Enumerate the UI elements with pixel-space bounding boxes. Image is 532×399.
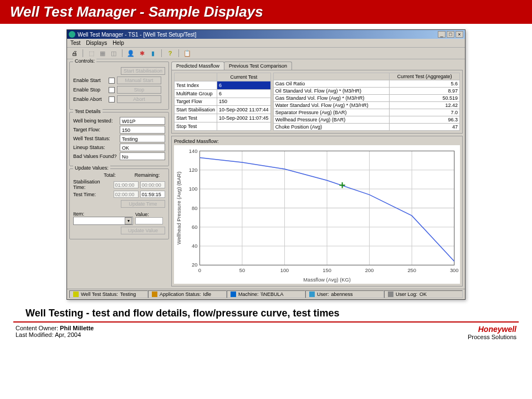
print-icon[interactable]: 🖨 <box>70 49 78 57</box>
svg-text:60: 60 <box>192 224 197 230</box>
ct-label: Start Stabilisation <box>175 106 217 114</box>
ag-value: 96.3 <box>390 116 460 124</box>
close-button[interactable]: × <box>456 31 463 38</box>
value-input[interactable] <box>135 217 163 224</box>
ag-label: Water Standard Vol. Flow (Avg) * (M3/HR) <box>273 102 390 109</box>
tab-previous-comparison[interactable]: Previous Test Comparison <box>224 62 292 70</box>
detail-value[interactable]: No <box>120 152 165 160</box>
ct-label: Test Index <box>175 81 217 89</box>
log-value: OK <box>420 291 427 297</box>
total-header: Total: <box>104 172 134 178</box>
svg-text:100: 100 <box>189 186 197 192</box>
ag-label: Separator Pressure (Avg) (BAR) <box>273 109 390 116</box>
value-label: Value: <box>135 212 165 217</box>
log-label: User Log: <box>396 291 417 297</box>
user-value: abenness <box>331 291 353 297</box>
ag-value: 8.97 <box>390 88 460 95</box>
update-value-button[interactable]: Update Value <box>121 227 165 234</box>
svg-text:20: 20 <box>192 262 197 268</box>
divider <box>13 321 519 323</box>
update-values-group: Update Values: Total: Remaining: Stabili… <box>69 168 169 239</box>
ct-label: MultiRate Group <box>175 89 217 98</box>
enable-stop-checkbox[interactable] <box>109 87 115 93</box>
slide-caption: Well Testing - test and flow details, fl… <box>25 308 523 319</box>
svg-text:100: 100 <box>280 268 289 273</box>
current-test-header: Current Test <box>217 73 271 81</box>
ct-value: 10-Sep-2002 11:07:45 <box>217 114 271 122</box>
abort-button[interactable]: Abort <box>117 95 161 103</box>
user-icon[interactable]: 👤 <box>127 49 135 57</box>
clipboard-icon[interactable]: 📋 <box>183 49 191 57</box>
chevron-down-icon: ▾ <box>125 217 132 224</box>
svg-text:Wellhead Pressure (Avg) (BAR): Wellhead Pressure (Avg) (BAR) <box>176 172 182 245</box>
detail-value[interactable]: 150 <box>120 126 165 134</box>
menu-help[interactable]: Help <box>112 40 124 46</box>
stop-button[interactable]: Stop <box>117 86 161 94</box>
tool-icon-2[interactable]: ▦ <box>99 49 106 57</box>
total-time[interactable]: 01:00:00 <box>114 181 139 188</box>
enable-stop-label: Enable Stop <box>73 87 106 93</box>
ct-label: Start Test <box>175 114 217 122</box>
detail-label: Lineup Status: <box>73 145 117 150</box>
tool-icon-3[interactable]: ◫ <box>110 49 117 57</box>
remaining-time[interactable]: 00:00:00 <box>140 181 165 188</box>
machine-icon <box>231 291 236 297</box>
item-combo[interactable]: ▾ <box>73 217 133 225</box>
chart-area: 05010015020025030020406080100120140Massf… <box>174 145 460 284</box>
test-details-group: Test Details Well being tested:W01PTarge… <box>69 112 169 166</box>
help-icon[interactable]: ? <box>166 49 174 57</box>
update-time-button[interactable]: Update Time <box>121 200 165 208</box>
ag-label: Oil Standard Vol. Flow (Avg) * (M3/HR) <box>273 88 390 95</box>
enable-start-checkbox[interactable] <box>109 78 115 84</box>
ct-value: 150 <box>217 98 271 106</box>
machine-label: Machine: <box>238 291 259 297</box>
ag-value: 12.42 <box>390 102 460 109</box>
division-label: Process Solutions <box>468 334 516 340</box>
app-icon <box>69 31 75 38</box>
tool-icon-1[interactable]: ⬚ <box>88 49 95 57</box>
aggregate-table: Current Test (Aggregate) Gas Oil Ratio5.… <box>273 73 460 131</box>
detail-label: Well Test Status: <box>73 136 117 141</box>
menu-displays[interactable]: Displays <box>86 40 107 46</box>
statusbar: Well Test Status: Testing Application St… <box>67 289 465 299</box>
detail-value[interactable]: W01P <box>120 117 165 125</box>
detail-label: Target Flow: <box>73 127 117 132</box>
enable-start-label: Enable Start <box>73 78 106 83</box>
update-values-legend: Update Values: <box>73 165 110 171</box>
svg-text:40: 40 <box>192 243 197 249</box>
well-test-status-label: Well Test Status: <box>81 291 118 297</box>
svg-text:250: 250 <box>407 268 416 273</box>
remaining-header: Remaining: <box>135 172 165 178</box>
remaining-time[interactable]: 01:59:15 <box>140 191 165 198</box>
ct-label: Target Flow <box>175 98 217 106</box>
controls-group: Controls: Start Stabilisation Enable Sta… <box>69 62 169 110</box>
total-time[interactable]: 02:00:00 <box>114 191 139 198</box>
minimize-button[interactable]: _ <box>438 31 446 38</box>
chart-icon[interactable]: ▮ <box>149 49 157 57</box>
detail-value[interactable]: Testing <box>120 135 165 142</box>
tab-predicted-massflow[interactable]: Predicted Massflow <box>171 62 224 70</box>
start-stabilisation-button[interactable]: Start Stabilisation <box>121 67 165 75</box>
update-row-label: Stabilisation Time: <box>73 179 112 190</box>
manual-start-button[interactable]: Manual Start <box>117 76 161 84</box>
svg-text:140: 140 <box>189 148 197 154</box>
ag-label: Choke Position (Avg) <box>273 124 390 131</box>
test-details-legend: Test Details <box>73 109 103 114</box>
config-icon[interactable]: ✱ <box>138 49 146 57</box>
modified-value: Apr, 2004 <box>55 331 81 338</box>
maximize-button[interactable]: □ <box>447 31 454 38</box>
svg-text:200: 200 <box>365 268 374 273</box>
enable-abort-label: Enable Abort <box>73 96 106 102</box>
detail-value[interactable]: OK <box>120 144 165 151</box>
svg-text:120: 120 <box>189 167 197 173</box>
menu-test[interactable]: Test <box>70 40 80 46</box>
aggregate-header: Current Test (Aggregate) <box>390 73 460 80</box>
ag-value: 5.6 <box>390 80 460 88</box>
svg-text:150: 150 <box>323 268 331 273</box>
window-title: Well Test Manager - TS1 - [Well Test Set… <box>78 32 196 38</box>
svg-text:50: 50 <box>239 268 245 273</box>
ct-value: 6 <box>217 81 271 89</box>
user-status-icon <box>309 291 315 297</box>
current-test-table: Current Test Test Index6MultiRate Group6… <box>174 73 271 131</box>
enable-abort-checkbox[interactable] <box>109 96 115 103</box>
